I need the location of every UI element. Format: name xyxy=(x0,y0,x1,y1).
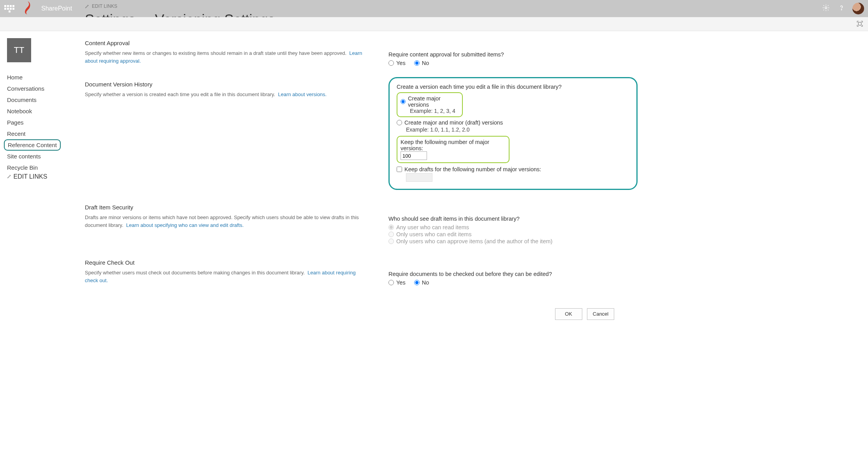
draft-sec-opt3-label: Only users who can approve items (and th… xyxy=(396,238,552,244)
keep-drafts-label: Keep drafts for the following number of … xyxy=(404,166,541,172)
ok-button[interactable]: OK xyxy=(555,308,582,320)
nav-item-home[interactable]: Home xyxy=(7,72,85,83)
draft-sec-opt2: Only users who can edit items xyxy=(388,231,471,237)
section-version-history: Document Version History Specify whether… xyxy=(85,81,638,204)
annotation-green-box-keep: Keep the following number of major versi… xyxy=(397,136,510,163)
draft-sec-heading: Draft Item Security xyxy=(85,204,365,211)
version-minor-option[interactable]: Create major and minor (draft) versions xyxy=(397,119,503,126)
draft-sec-opt1-label: Any user who can read items xyxy=(396,224,469,230)
nav-item-notebook[interactable]: Notebook xyxy=(7,105,85,117)
focus-content-icon[interactable] xyxy=(856,20,863,29)
keep-major-label: Keep the following number of major versi… xyxy=(401,139,506,151)
approval-desc: Specify whether new items or changes to … xyxy=(85,50,346,56)
draft-sec-opt1: Any user who can read items xyxy=(388,224,469,230)
versioning-help-link[interactable]: Learn about versions. xyxy=(278,91,327,97)
version-minor-example: Example: 1.0, 1.1, 1.2, 2.0 xyxy=(406,126,629,133)
checkout-yes-label: Yes xyxy=(396,279,406,286)
draft-sec-opt3: Only users who can approve items (and th… xyxy=(388,238,552,244)
keep-major-input[interactable] xyxy=(401,151,427,160)
approval-question: Require content approval for submitted i… xyxy=(388,51,638,58)
checkout-heading: Require Check Out xyxy=(85,259,365,266)
approval-yes-option[interactable]: Yes xyxy=(388,60,406,66)
nav-item-recycle-bin[interactable]: Recycle Bin xyxy=(7,162,85,173)
checkout-question: Require documents to be checked out befo… xyxy=(388,271,638,277)
ribbon-bar xyxy=(0,17,868,31)
versioning-heading: Document Version History xyxy=(85,81,365,88)
nav-item-recent[interactable]: Recent xyxy=(7,128,85,139)
approval-heading: Content Approval xyxy=(85,40,365,46)
draft-sec-question: Who should see draft items in this docum… xyxy=(388,216,638,222)
versioning-desc: Specify whether a version is created eac… xyxy=(85,91,275,97)
section-draft-security: Draft Item Security Drafts are minor ver… xyxy=(85,204,638,259)
button-row: OK Cancel xyxy=(85,308,638,320)
svg-rect-2 xyxy=(858,22,861,25)
keep-drafts-option[interactable]: Keep drafts for the following number of … xyxy=(397,166,541,172)
brand-logo-icon xyxy=(23,1,33,16)
nav-item-conversations[interactable]: Conversations xyxy=(7,83,85,94)
version-major-option[interactable]: Create major versions xyxy=(401,95,452,108)
checkout-no-option[interactable]: No xyxy=(414,279,429,286)
quick-launch-nav: Home Conversations Documents Notebook Pa… xyxy=(7,72,85,173)
versioning-question: Create a version each time you edit a fi… xyxy=(397,84,629,90)
version-major-example: Example: 1, 2, 3, 4 xyxy=(410,108,459,114)
nav-edit-links-label: EDIT LINKS xyxy=(13,173,47,180)
draft-sec-opt2-label: Only users who can edit items xyxy=(396,231,471,237)
nav-item-reference-content[interactable]: Reference Content xyxy=(4,139,61,151)
approval-no-option[interactable]: No xyxy=(414,60,429,66)
section-content-approval: Content Approval Specify whether new ite… xyxy=(85,40,638,81)
title-edit-links-label: EDIT LINKS xyxy=(92,4,117,9)
nav-edit-links[interactable]: EDIT LINKS xyxy=(7,173,85,180)
keep-drafts-input xyxy=(406,173,432,182)
draft-sec-help-link[interactable]: Learn about specifying who can view and … xyxy=(126,222,244,228)
title-edit-links[interactable]: EDIT LINKS xyxy=(85,4,117,9)
section-require-checkout: Require Check Out Specify whether users … xyxy=(85,259,638,300)
nav-item-site-contents[interactable]: Site contents xyxy=(7,151,85,162)
approval-yes-label: Yes xyxy=(396,60,406,66)
checkout-no-label: No xyxy=(422,279,429,286)
approval-no-label: No xyxy=(422,60,429,66)
annotation-green-box-major: Create major versions Example: 1, 2, 3, … xyxy=(397,92,463,117)
site-logo-tile[interactable]: TT xyxy=(7,38,31,62)
checkout-yes-option[interactable]: Yes xyxy=(388,279,406,286)
pencil-icon xyxy=(85,4,90,9)
keep-drafts-checkbox[interactable] xyxy=(397,167,402,172)
version-minor-label: Create major and minor (draft) versions xyxy=(404,119,503,126)
nav-item-pages[interactable]: Pages xyxy=(7,117,85,128)
annotation-teal-box: Create a version each time you edit a fi… xyxy=(388,77,638,190)
pencil-icon xyxy=(7,174,12,179)
checkout-desc: Specify whether users must check out doc… xyxy=(85,270,305,276)
nav-item-documents[interactable]: Documents xyxy=(7,94,85,105)
version-major-label: Create major versions xyxy=(408,95,452,108)
cancel-button[interactable]: Cancel xyxy=(587,308,614,320)
app-launcher-icon[interactable] xyxy=(4,3,15,14)
